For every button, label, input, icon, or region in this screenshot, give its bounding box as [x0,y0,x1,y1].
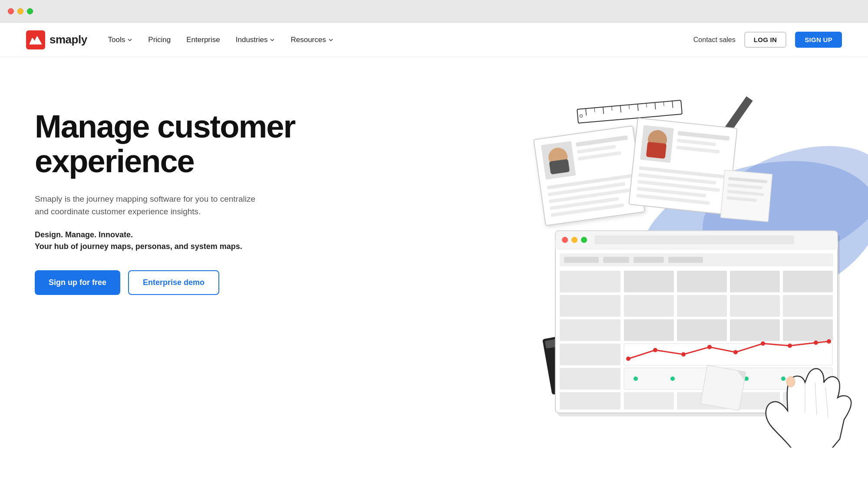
svg-point-57 [562,237,568,243]
enterprise-demo-button[interactable]: Enterprise demo [128,270,219,295]
svg-rect-62 [564,257,599,263]
svg-rect-23 [549,159,570,174]
hero-tagline2: Your hub of journey maps, personas, and … [35,242,304,251]
svg-rect-70 [560,368,620,390]
nav-enterprise[interactable]: Enterprise [186,36,220,44]
login-button[interactable]: LOG IN [744,32,786,48]
svg-rect-69 [560,344,620,365]
svg-rect-65 [668,257,703,263]
svg-rect-60 [594,236,794,244]
svg-rect-63 [603,257,629,263]
svg-rect-76 [624,295,674,317]
svg-point-108 [786,377,795,387]
svg-point-89 [733,350,738,354]
svg-rect-77 [677,295,727,317]
hero-section: Manage customer experience Smaply is the… [0,57,868,448]
hero-title: Manage customer experience [35,109,304,179]
svg-point-58 [571,237,578,243]
chevron-down-icon [270,37,275,43]
svg-point-90 [761,341,765,346]
svg-rect-3 [577,100,682,123]
contact-sales-link[interactable]: Contact sales [693,36,736,44]
svg-rect-71 [560,392,620,409]
logo-text: smaply [50,33,87,46]
svg-point-59 [581,237,587,243]
svg-rect-75 [783,271,833,292]
hero-illustration [490,83,868,448]
hero-buttons: Sign up for free Enterprise demo [35,270,304,295]
close-button[interactable] [8,8,14,14]
svg-point-99 [781,377,785,381]
minimize-button[interactable] [17,8,23,14]
illustration-svg [490,83,868,448]
hero-content: Manage customer experience Smaply is the… [35,92,304,295]
svg-rect-78 [730,295,780,317]
hero-subtitle: Smaply is the journey mapping software f… [35,193,261,218]
svg-rect-35 [646,142,667,159]
svg-rect-82 [730,319,780,341]
signup-button[interactable]: SIGN UP [795,32,842,48]
svg-rect-64 [634,257,664,263]
traffic-lights [8,8,33,14]
svg-point-85 [626,357,630,361]
svg-rect-101 [624,392,674,409]
svg-point-91 [788,344,792,348]
chevron-down-icon [328,37,333,43]
signup-free-button[interactable]: Sign up for free [35,270,120,295]
svg-rect-66 [560,271,620,292]
svg-point-87 [681,352,686,357]
svg-rect-67 [560,295,620,317]
maximize-button[interactable] [27,8,33,14]
svg-rect-74 [730,271,780,292]
logo-link[interactable]: smaply [26,30,87,49]
svg-rect-80 [624,319,674,341]
logo-icon [26,30,45,49]
nav-resources[interactable]: Resources [290,36,333,44]
svg-rect-68 [560,319,620,341]
svg-rect-83 [783,319,833,341]
svg-rect-72 [624,271,674,292]
svg-point-96 [670,377,675,381]
window-chrome [0,0,868,23]
svg-rect-84 [624,344,832,365]
nav-pricing[interactable]: Pricing [148,36,171,44]
website-content: smaply Tools Pricing Enterprise Industri… [0,23,868,488]
nav-industries[interactable]: Industries [236,36,275,44]
nav-links: Tools Pricing Enterprise Industries Reso… [108,36,693,44]
svg-point-88 [707,345,712,349]
svg-rect-44 [720,170,772,222]
svg-rect-79 [783,295,833,317]
svg-point-92 [814,341,818,345]
nav-right: Contact sales LOG IN SIGN UP [693,32,842,48]
chevron-down-icon [127,37,132,43]
navigation: smaply Tools Pricing Enterprise Industri… [0,23,868,57]
nav-tools[interactable]: Tools [108,36,133,44]
svg-rect-81 [677,319,727,341]
svg-point-86 [653,348,657,352]
svg-point-93 [827,339,831,344]
svg-point-95 [634,377,638,381]
svg-rect-73 [677,271,727,292]
hero-tagline1: Design. Manage. Innovate. [35,230,304,239]
